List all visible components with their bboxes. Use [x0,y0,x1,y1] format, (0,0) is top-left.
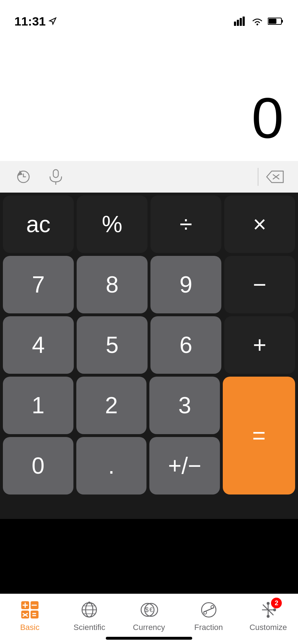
button-row-3: 4 5 6 + [3,316,295,374]
svg-point-43 [267,602,270,605]
tab-basic[interactable]: Basic [0,600,60,632]
nine-button[interactable]: 9 [150,256,221,313]
toolbar-divider [258,168,258,186]
svg-marker-0 [50,18,56,24]
signal-icon [234,17,247,26]
button-row-5: 0 . +/− [3,437,220,494]
tab-scientific[interactable]: Scientific [60,600,119,632]
button-row-2: 7 8 9 − [3,256,295,313]
svg-rect-8 [268,19,276,24]
multiply-button[interactable]: × [224,196,295,253]
tab-currency[interactable]: $ € Currency [119,600,179,632]
button-row-1: ac % ÷ × [3,196,295,253]
svg-point-45 [267,615,270,618]
svg-point-44 [273,608,276,611]
svg-rect-2 [237,20,239,26]
fraction-icon [199,600,219,620]
basic-tab-label: Basic [20,623,40,632]
button-row-4: 1 2 3 [3,377,220,434]
one-button[interactable]: 1 [3,377,73,434]
location-icon [49,17,57,25]
add-button[interactable]: + [224,316,295,374]
fraction-tab-label: Fraction [194,623,223,632]
decimal-button[interactable]: . [76,437,147,494]
rows-4-5-left: 1 2 3 0 . +/− [3,377,220,494]
svg-point-31 [88,602,90,604]
svg-rect-11 [53,170,58,178]
customize-tab-label: Customize [249,623,287,632]
status-bar: 11:31 [0,0,298,32]
eight-button[interactable]: 8 [77,256,148,313]
display-value: 0 [252,89,284,147]
wifi-icon [251,17,263,26]
tab-bar: Basic Scientific $ € Currency [0,594,298,644]
five-button[interactable]: 5 [77,316,148,374]
svg-rect-7 [281,20,283,23]
svg-rect-18 [31,611,39,618]
plus-minus-button[interactable]: +/− [149,437,220,494]
customize-icon: 2 [258,600,278,620]
zero-button[interactable]: 0 [3,437,73,494]
tab-customize[interactable]: 2 Customize [238,600,298,632]
backspace-button[interactable] [262,164,287,189]
button-rows-4-5: 1 2 3 0 . +/− = [3,377,295,494]
four-button[interactable]: 4 [3,316,74,374]
home-indicator [106,637,192,640]
customize-badge: 2 [271,598,282,608]
display-area: 0 [0,32,298,161]
mic-button[interactable] [43,164,68,189]
status-icons [234,17,284,26]
percent-button[interactable]: % [77,196,148,253]
svg-rect-4 [243,17,245,26]
tab-fraction[interactable]: Fraction [179,600,239,632]
history-button[interactable] [11,164,36,189]
svg-text:€: € [149,606,153,613]
battery-icon [268,17,284,25]
basic-icon [20,600,40,620]
divide-button[interactable]: ÷ [150,196,221,253]
spacer [0,494,298,519]
scientific-icon [79,600,99,620]
seven-button[interactable]: 7 [3,256,74,313]
ac-button[interactable]: ac [3,196,74,253]
toolbar [0,161,298,193]
svg-rect-1 [234,22,236,26]
currency-tab-label: Currency [133,623,165,632]
time-display: 11:31 [14,14,46,28]
equals-button[interactable]: = [223,377,295,494]
calculator-buttons: ac % ÷ × 7 8 9 − 4 5 6 + 1 2 3 0 . +/− [0,193,298,494]
svg-text:$: $ [145,606,149,613]
status-time: 11:31 [14,14,57,28]
currency-icon: $ € [139,600,159,620]
three-button[interactable]: 3 [149,377,220,434]
scientific-tab-label: Scientific [73,623,105,632]
svg-rect-3 [240,18,242,26]
subtract-button[interactable]: − [224,256,295,313]
two-button[interactable]: 2 [76,377,147,434]
svg-point-5 [257,24,258,26]
six-button[interactable]: 6 [150,316,221,374]
